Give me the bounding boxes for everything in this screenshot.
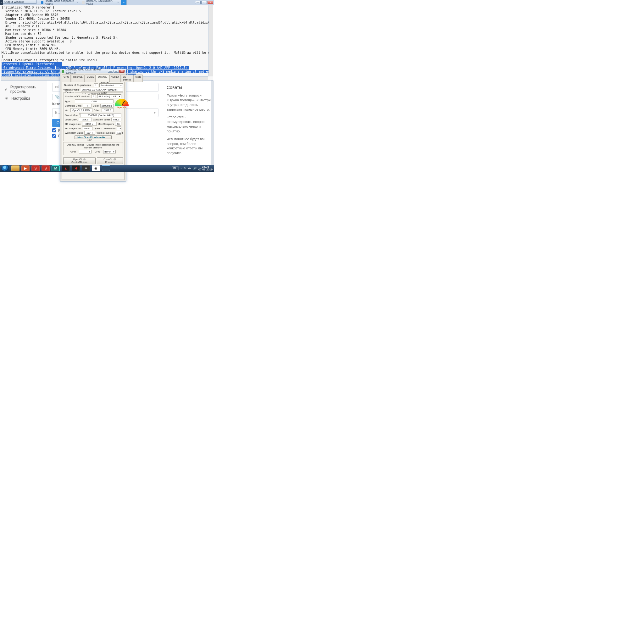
tab-close-icon[interactable]: × (76, 1, 78, 4)
tray-volume-icon[interactable]: 🔊 (193, 167, 197, 170)
cpu-label: CPU (95, 150, 100, 153)
tab-label: Открыть или скачать файл… (86, 0, 116, 6)
work-items-value: 1024 x 1024 x 1024 (84, 131, 95, 135)
compute-units-value: 4 (83, 104, 92, 108)
global-mem-label: Global Mem. (65, 114, 79, 117)
more-opencl-button[interactable]: More OpenCL information… (75, 135, 112, 139)
taskbar-app-browser[interactable]: Я (72, 165, 80, 171)
taskbar-app-zbrush[interactable]: ✴ (82, 165, 90, 171)
scrollbar-vertical[interactable] (208, 5, 213, 76)
close-button[interactable]: ✕ (208, 1, 213, 4)
num-devices-value: 1 (92, 94, 96, 98)
checkbox[interactable] (52, 134, 56, 138)
opencl-khronos-button[interactable]: OpenCL @ Khronos (97, 157, 123, 164)
type-label: Type (65, 100, 74, 103)
button-label: О (57, 121, 59, 125)
clock-value: 2600MHz (100, 104, 114, 108)
tab-gpu[interactable]: GPU (62, 75, 71, 82)
const-buf-label: Constant buffer (93, 118, 110, 121)
minimize-button[interactable]: — (108, 70, 113, 73)
taskbar-app-player[interactable]: ▶ (21, 165, 30, 171)
local-mem-label: Local Mem. (65, 118, 78, 121)
taskbar-app-gpucaps[interactable] (102, 165, 110, 171)
img3d-value: 2048 x 2048 x 2048 (82, 126, 92, 130)
tab-indicator: ◦ (1, 1, 2, 4)
checkbox[interactable] (52, 128, 56, 132)
tab-label: Постановка вопроса и обмен… (45, 0, 75, 6)
dialog-titlebar[interactable]: Geeks3D GPU Caps Viewer 1.39.0.0 — ▭ ✕ (60, 69, 126, 73)
close-button[interactable]: ✕ (119, 70, 125, 73)
tab-3ddemos[interactable]: 3D Demos (121, 75, 133, 82)
clock-date: 07.09.2019 (198, 168, 213, 171)
tab-cuda[interactable]: CUDA (85, 75, 96, 82)
pencil-icon (4, 87, 8, 92)
sidebar-label: Редактировать профиль (10, 85, 43, 94)
tab-opengl[interactable]: OpenGL (71, 75, 84, 82)
tray-overflow-icon[interactable]: ▵ (180, 167, 182, 170)
platform-select[interactable]: 1: AMD Accelerated Parallel Proces (99, 83, 123, 87)
gauge-label: OpenCL (115, 106, 129, 109)
field-text: ed (55, 85, 59, 89)
clock-label: Clock (93, 104, 99, 107)
language-indicator[interactable]: RU (172, 166, 179, 170)
new-tab-button[interactable]: + (121, 0, 127, 5)
taskbar-app-chrome[interactable]: ◉ (92, 165, 100, 171)
img2d-label: 2D image size (65, 123, 81, 125)
cpu-select[interactable]: dev 0 (103, 150, 116, 153)
gear-icon (4, 96, 9, 101)
taskbar-app-explorer[interactable] (11, 165, 19, 171)
app-icon (62, 70, 64, 73)
maximize-button[interactable]: ▭ (201, 1, 207, 4)
opencl-geeks3d-button[interactable]: OpenCL @ Geeks3D.com (63, 157, 96, 164)
global-mem-value: 2048MB (Cache: 64KB) (80, 113, 121, 117)
maximize-button[interactable]: ▭ (114, 70, 119, 73)
browser-tab[interactable]: Постановка вопроса и обмен…× (39, 0, 80, 5)
type-value: CPU (75, 99, 114, 103)
tab-opencl[interactable]: OpenCL (96, 75, 109, 82)
window-controls: — ▭ ✕ (195, 0, 214, 5)
max-samplers-value: 16 (115, 122, 121, 126)
img3d-label: 3D image size (65, 127, 81, 130)
tab-vulkan[interactable]: Vulkan (109, 75, 121, 82)
devices-legend: Devices (65, 91, 75, 94)
dialog-title: Geeks3D GPU Caps Viewer 1.39.0.0 (65, 68, 108, 74)
img2d-value: 8192 x 8192 (82, 122, 97, 126)
const-buf-value: 64KB (111, 118, 121, 121)
log-highlight: Detected 1 OpenCL Platforms: (2, 62, 62, 66)
sidebar-label: Настройки (11, 96, 30, 101)
browser-tabstrip: ◦ Output Window … (?) задач в…× Постанов… (0, 0, 214, 5)
dialog-window-controls: — ▭ ✕ (108, 70, 125, 73)
taskbar-app-maya[interactable]: M (52, 165, 60, 171)
num-devices-label: Number of CL devices: (65, 95, 90, 98)
page-scrollbar[interactable] (211, 81, 214, 165)
taskbar-app-yandex[interactable]: ▲ (62, 165, 70, 171)
local-mem-value: 32KB (79, 118, 92, 121)
sidebar-item-edit-profile[interactable]: Редактировать профиль (3, 84, 45, 95)
taskbar-app-red2[interactable]: S (42, 165, 50, 171)
taskbar-clock[interactable]: 16:03 07.09.2019 (198, 165, 213, 171)
taskbar-app-red1[interactable]: S (31, 165, 40, 171)
system-tray: RU ▵ 🏳 🖧 🔊 16:03 07.09.2019 (172, 165, 213, 171)
tips-panel: Советы Фразы «Есть вопрос», «Нужна помощ… (164, 81, 214, 165)
compute-units-label: Compute Units (65, 104, 81, 107)
demos-caption: OpenCL demos - Device index selection fo… (65, 143, 121, 149)
tab-close-icon[interactable]: × (117, 1, 119, 4)
tab-tools[interactable]: Tools (133, 75, 143, 82)
num-platforms-label: Number of CL platforms: (64, 84, 92, 86)
opencl-gauge: OpenCL (115, 99, 129, 108)
minimize-button[interactable]: — (195, 1, 201, 4)
ver-label: Ver. (65, 109, 69, 112)
gpu-select[interactable] (79, 150, 92, 153)
cl-ext-label: OpenCL extensions (94, 127, 116, 130)
start-button[interactable] (1, 165, 9, 171)
sidebar-item-settings[interactable]: Настройки (3, 95, 45, 102)
output-window-title: Output Window (4, 0, 24, 3)
tips-title: Советы (167, 85, 211, 90)
tray-network-icon[interactable]: 🖧 (188, 167, 191, 170)
tips-text: Чем понятнее будет ваш вопрос, тем более… (167, 137, 211, 155)
devices-group: Devices Number of CL devices: 1 1: AMD A… (63, 92, 123, 141)
output-window-titlebar[interactable]: Output Window (3, 0, 36, 4)
tray-flag-icon[interactable]: 🏳 (184, 167, 186, 170)
browser-tab[interactable]: Открыть или скачать файл…× (80, 0, 121, 5)
device-select[interactable]: 1: AMD Athlon(tm) II X4 631 Qu (97, 94, 121, 98)
